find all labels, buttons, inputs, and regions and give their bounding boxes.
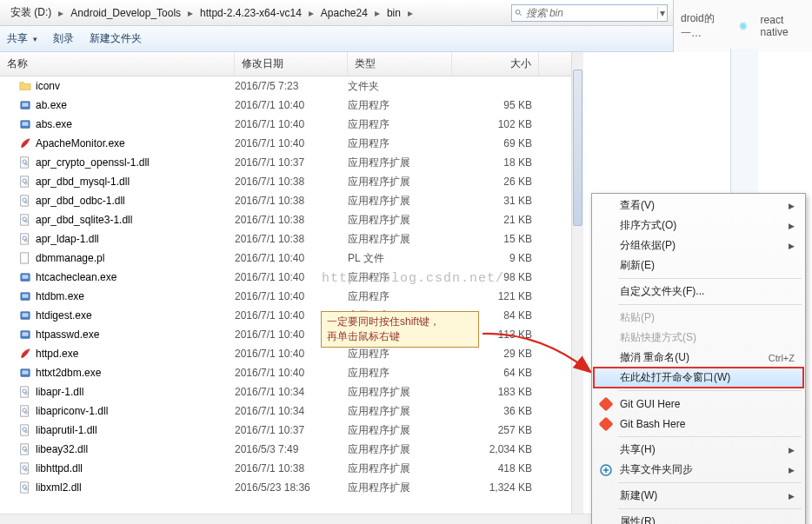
file-row[interactable]: libapr-1.dll2016/7/1 10:34应用程序扩展183 KB xyxy=(0,382,582,401)
svg-rect-44 xyxy=(21,425,29,435)
file-row[interactable]: apr_dbd_odbc-1.dll2016/7/1 10:38应用程序扩展31… xyxy=(0,191,582,210)
file-name: dbmmanage.pl xyxy=(36,252,104,264)
exe-icon xyxy=(19,328,31,341)
chevron-down-icon[interactable]: ▾ xyxy=(657,7,667,19)
dll-icon xyxy=(19,462,31,474)
file-row[interactable]: libapriconv-1.dll2016/7/1 10:34应用程序扩展36 … xyxy=(0,401,582,421)
git-icon xyxy=(599,397,613,411)
menu-group[interactable]: 分组依据(P)▶ xyxy=(594,235,803,255)
search-icon xyxy=(515,8,523,18)
menu-git-gui[interactable]: Git GUI Here xyxy=(594,394,803,414)
file-row[interactable]: ab.exe2016/7/1 10:40应用程序95 KB xyxy=(0,96,582,115)
menu-share[interactable]: 共享(H)▶ xyxy=(594,440,803,460)
dll-icon xyxy=(19,214,31,226)
column-type[interactable]: 类型 xyxy=(348,52,452,76)
svg-rect-53 xyxy=(21,482,29,493)
burn-button[interactable]: 刻录 xyxy=(53,31,74,46)
svg-rect-34 xyxy=(23,332,29,335)
breadcrumb-item[interactable]: 安装 (D:) xyxy=(5,0,57,25)
breadcrumb-item[interactable]: bin xyxy=(382,0,406,25)
file-type: PL 文件 xyxy=(348,251,452,266)
file-row[interactable]: apr_ldap-1.dll2016/7/1 10:38应用程序扩展15 KB xyxy=(0,229,582,249)
file-type: 应用程序扩展 xyxy=(348,213,452,228)
scroll-thumb[interactable] xyxy=(573,70,582,226)
dll-icon xyxy=(19,481,31,494)
menu-sort[interactable]: 排序方式(O)▶ xyxy=(594,216,803,235)
chevron-right-icon: ▶ xyxy=(789,242,795,250)
file-size: 98 KB xyxy=(452,271,539,283)
file-date: 2016/7/1 10:40 xyxy=(235,99,348,111)
menu-open-command-window[interactable]: 在此处打开命令窗口(W) xyxy=(594,368,803,388)
file-size: 121 KB xyxy=(452,290,539,302)
chevron-right-icon: ▶ xyxy=(789,222,795,230)
exe-icon xyxy=(19,290,31,302)
tab-item[interactable]: droid的一… xyxy=(681,11,726,41)
svg-rect-9 xyxy=(23,122,29,125)
file-name: apr_ldap-1.dll xyxy=(36,233,99,245)
file-row[interactable]: htpasswd.exe2016/7/1 10:40应用程序113 KB xyxy=(0,325,582,344)
file-name: libxml2.dll xyxy=(36,481,82,494)
file-name: ApacheMonitor.exe xyxy=(36,137,125,149)
file-row[interactable]: htdigest.exe2016/7/1 10:40应用程序84 KB xyxy=(0,306,582,325)
dll-icon xyxy=(19,233,31,245)
file-row[interactable]: apr_dbd_mysql-1.dll2016/7/1 10:38应用程序扩展2… xyxy=(0,172,582,191)
menu-undo[interactable]: 撤消 重命名(U)Ctrl+Z xyxy=(594,348,803,368)
search-input[interactable] xyxy=(526,5,657,21)
file-row[interactable]: apr_dbd_sqlite3-1.dll2016/7/1 10:38应用程序扩… xyxy=(0,210,582,229)
file-date: 2016/7/1 10:38 xyxy=(235,176,348,188)
file-row[interactable]: htcacheclean.exe2016/7/1 10:40应用程序98 KB xyxy=(0,268,582,287)
share-menu[interactable]: 共享 xyxy=(7,31,37,46)
file-type: 应用程序扩展 xyxy=(348,442,452,457)
file-row[interactable]: libxml2.dll2016/5/23 18:36应用程序扩展1,324 KB xyxy=(0,478,582,497)
file-date: 2016/7/1 10:40 xyxy=(235,118,348,130)
file-size: 31 KB xyxy=(452,195,539,207)
breadcrumb-item[interactable]: httpd-2.4.23-x64-vc14 xyxy=(195,0,307,25)
file-name: ab.exe xyxy=(36,99,67,111)
file-row[interactable]: httpd.exe2016/7/1 10:40应用程序29 KB xyxy=(0,344,582,363)
column-date[interactable]: 修改日期 xyxy=(235,52,348,76)
file-row[interactable]: dbmmanage.pl2016/7/1 10:40PL 文件9 KB xyxy=(0,249,582,268)
breadcrumb-item[interactable]: Android_Develop_Tools xyxy=(65,0,186,25)
new-folder-button[interactable]: 新建文件夹 xyxy=(90,31,142,46)
file-row[interactable]: abs.exe2016/7/1 10:40应用程序102 KB xyxy=(0,115,582,134)
search-box[interactable]: ▾ xyxy=(511,4,668,22)
exe-icon xyxy=(19,118,31,130)
file-row[interactable]: libeay32.dll2016/5/3 7:49应用程序扩展2,034 KB xyxy=(0,440,582,459)
menu-sync[interactable]: 共享文件夹同步▶ xyxy=(594,460,803,480)
file-date: 2016/5/23 18:36 xyxy=(235,481,348,494)
menu-paste-shortcut: 粘贴快捷方式(S) xyxy=(594,328,803,348)
file-type: 应用程序 xyxy=(348,117,452,132)
file-row[interactable]: apr_crypto_openssl-1.dll2016/7/1 10:37应用… xyxy=(0,153,582,172)
menu-view[interactable]: 查看(V)▶ xyxy=(594,196,803,216)
file-date: 2016/7/1 10:40 xyxy=(235,252,348,264)
tab-item[interactable]: react native xyxy=(761,14,805,38)
file-row[interactable]: libaprutil-1.dll2016/7/1 10:37应用程序扩展257 … xyxy=(0,421,582,440)
file-size: 418 KB xyxy=(452,462,539,474)
file-row[interactable]: ApacheMonitor.exe2016/7/1 10:40应用程序69 KB xyxy=(0,134,582,153)
svg-rect-38 xyxy=(21,387,29,397)
file-row[interactable]: htdbm.exe2016/7/1 10:40应用程序121 KB xyxy=(0,287,582,306)
file-row[interactable]: httxt2dbm.exe2016/7/1 10:40应用程序64 KB xyxy=(0,363,582,382)
menu-customize[interactable]: 自定义文件夹(F)... xyxy=(594,282,803,302)
file-type: 应用程序扩展 xyxy=(348,404,452,419)
file-size: 36 KB xyxy=(452,405,539,417)
file-size: 102 KB xyxy=(452,118,539,130)
file-row[interactable]: iconv2016/7/5 7:23文件夹 xyxy=(0,76,582,96)
chevron-right-icon: ▸ xyxy=(186,7,195,19)
menu-refresh[interactable]: 刷新(E) xyxy=(594,255,803,275)
scrollbar[interactable] xyxy=(571,52,583,514)
breadcrumb-item[interactable]: Apache24 xyxy=(316,0,373,25)
svg-rect-28 xyxy=(23,275,29,278)
dll-icon xyxy=(19,176,31,188)
column-size[interactable]: 大小 xyxy=(452,52,539,76)
chevron-right-icon: ▸ xyxy=(373,7,382,19)
context-menu: 查看(V)▶ 排序方式(O)▶ 分组依据(P)▶ 刷新(E) 自定义文件夹(F)… xyxy=(591,193,806,524)
file-row[interactable]: libhttpd.dll2016/7/1 10:38应用程序扩展418 KB xyxy=(0,459,582,478)
dll-icon xyxy=(19,443,31,455)
file-date: 2016/7/1 10:40 xyxy=(235,271,348,283)
menu-properties[interactable]: 属性(R) xyxy=(594,512,803,524)
file-name: apr_dbd_sqlite3-1.dll xyxy=(36,214,132,226)
menu-new[interactable]: 新建(W)▶ xyxy=(594,486,803,506)
menu-git-bash[interactable]: Git Bash Here xyxy=(594,414,803,434)
column-name[interactable]: 名称 xyxy=(0,52,235,76)
